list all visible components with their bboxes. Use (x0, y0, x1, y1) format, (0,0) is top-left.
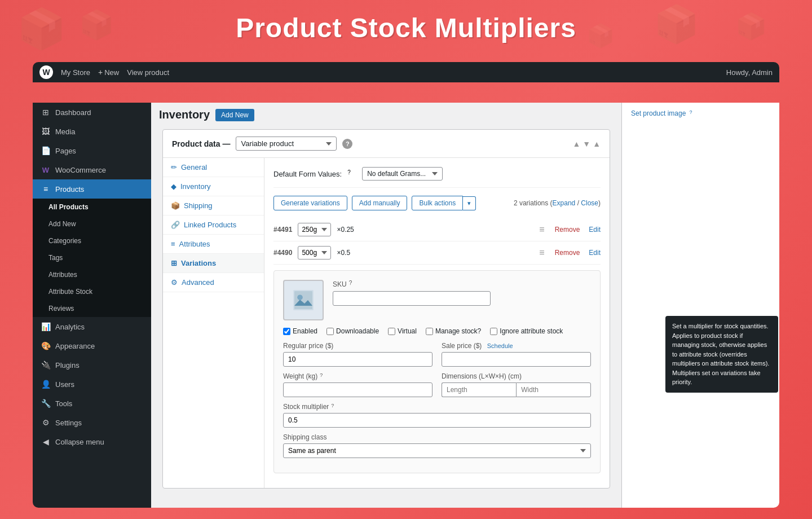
sidebar-item-plugins[interactable]: 🔌 Plugins (33, 355, 151, 375)
default-form-help-icon[interactable]: ? (347, 169, 356, 178)
product-type-select[interactable]: Variable product Simple product Grouped … (236, 137, 337, 151)
stock-multiplier-tooltip: Set a multiplier for stock quantities. A… (665, 316, 778, 393)
pdn-shipping[interactable]: 📦 Shipping (163, 196, 264, 215)
product-type-help-icon[interactable]: ? (342, 139, 352, 149)
sidebar-item-attribute-stock[interactable]: Attribute Stock (33, 283, 151, 300)
pdn-attributes[interactable]: ≡ Attributes (163, 235, 264, 254)
sidebar-item-reviews[interactable]: Reviews (33, 300, 151, 317)
shipping-class-select[interactable]: Same as parent No shipping class (283, 443, 591, 458)
regular-price-group: Regular price ($) (283, 342, 433, 367)
sidebar-item-attributes[interactable]: Attributes (33, 266, 151, 283)
width-input[interactable] (516, 382, 591, 397)
new-link[interactable]: New (104, 68, 119, 77)
regular-price-input[interactable] (283, 352, 433, 367)
sku-input[interactable] (333, 291, 491, 306)
sidebar-item-tags[interactable]: Tags (33, 249, 151, 266)
pdn-inventory[interactable]: ◆ Inventory (163, 177, 264, 196)
variation-remove-4490[interactable]: Remove (555, 249, 580, 257)
dimensions-label: Dimensions (L×W×H) (cm) (442, 372, 591, 380)
variation-multiplier-4490: ×0.5 (337, 249, 350, 257)
weight-input[interactable] (283, 382, 433, 397)
variation-expanded-panel: SKU ? (273, 270, 601, 473)
variation-menu-icon-4490[interactable]: ≡ (539, 248, 544, 258)
pages-icon: 📄 (41, 146, 51, 156)
view-product-link[interactable]: View product (127, 68, 169, 77)
sidebar-item-all-products[interactable]: All Products (33, 199, 151, 215)
woocommerce-icon: W (41, 165, 51, 175)
variation-select-4490[interactable]: 500g 250g (298, 246, 331, 260)
product-data-body: ✏ General ◆ Inventory 📦 Shipping (163, 158, 610, 488)
product-data-nav: ✏ General ◆ Inventory 📦 Shipping (163, 158, 264, 488)
pdn-linked-products[interactable]: 🔗 Linked Products (163, 215, 264, 235)
variation-image-placeholder[interactable] (283, 280, 324, 320)
bulk-actions-arrow[interactable]: ▾ (463, 196, 476, 210)
variation-multiplier-4491: ×0.25 (337, 226, 354, 234)
sidebar-item-settings[interactable]: ⚙ Settings (33, 413, 151, 432)
manage-stock-checkbox-label[interactable]: Manage stock? (426, 327, 481, 335)
pdn-variations[interactable]: ⊞ Variations (163, 254, 264, 273)
stock-multiplier-input[interactable] (283, 413, 591, 428)
sidebar-item-woocommerce[interactable]: W WooCommerce (33, 160, 151, 179)
enabled-checkbox-label[interactable]: Enabled (283, 327, 317, 335)
page-header: Product Stock Multipliers (0, 0, 812, 54)
inventory-nav-icon: ◆ (171, 182, 176, 191)
product-data-label: Product data — (172, 139, 230, 148)
downloadable-checkbox-label[interactable]: Downloadable (326, 327, 379, 335)
ignore-stock-checkbox[interactable] (490, 328, 497, 335)
variation-remove-4491[interactable]: Remove (555, 226, 580, 234)
variation-select-4491[interactable]: 250g 500g (298, 223, 331, 236)
pdn-advanced[interactable]: ⚙ Advanced (163, 273, 264, 292)
variation-menu-icon-4491[interactable]: ≡ (539, 225, 544, 235)
default-form-select[interactable]: No default Grams... 250g 500g (362, 167, 443, 181)
analytics-icon: 📊 (41, 322, 51, 332)
arrow-down-icon[interactable]: ▼ (582, 139, 590, 148)
expand-link[interactable]: Expand (553, 199, 576, 207)
sidebar-item-users[interactable]: 👤 Users (33, 375, 151, 394)
variation-edit-4491[interactable]: Edit (589, 226, 601, 234)
pdn-general[interactable]: ✏ General (163, 158, 264, 177)
sidebar-item-media[interactable]: 🖼 Media (33, 122, 151, 141)
downloadable-checkbox[interactable] (326, 328, 334, 335)
sidebar-item-pages[interactable]: 📄 Pages (33, 141, 151, 160)
set-product-image-help-icon[interactable]: ? (689, 109, 697, 117)
header-arrows: ▲ ▼ ▲ (572, 139, 601, 148)
sidebar-item-analytics[interactable]: 📊 Analytics (33, 317, 151, 336)
set-product-image-link[interactable]: Set product image ? (626, 107, 775, 120)
variation-edit-4490[interactable]: Edit (589, 249, 601, 257)
schedule-link[interactable]: Schedule (487, 342, 513, 349)
generate-variations-button[interactable]: Generate variations (273, 196, 347, 210)
my-store-link[interactable]: My Store (61, 68, 90, 77)
arrow-up-icon[interactable]: ▲ (572, 139, 580, 148)
stock-multiplier-help-icon[interactable]: ? (331, 403, 339, 411)
enabled-checkbox[interactable] (283, 328, 290, 335)
regular-price-label: Regular price ($) (283, 342, 433, 350)
sidebar-item-products[interactable]: ≡ Products (33, 179, 151, 199)
sidebar-item-tools[interactable]: 🔧 Tools (33, 394, 151, 413)
checkboxes-row: Enabled Downloadable Virtual (283, 327, 591, 335)
arrow-collapse-icon[interactable]: ▲ (593, 139, 601, 148)
virtual-checkbox-label[interactable]: Virtual (388, 327, 417, 335)
manage-stock-checkbox[interactable] (426, 328, 433, 335)
close-link[interactable]: Close (581, 199, 598, 207)
sku-help-icon[interactable]: ? (349, 280, 358, 289)
variations-toolbar: Generate variations Add manually Bulk ac… (273, 196, 601, 210)
sku-group: SKU ? (333, 280, 591, 306)
appearance-icon: 🎨 (41, 341, 51, 351)
sidebar-item-collapse[interactable]: ◀ Collapse menu (33, 432, 151, 451)
inventory-header: Inventory Add New (151, 103, 621, 124)
length-input[interactable] (442, 382, 516, 397)
sidebar-item-dashboard[interactable]: ⊞ Dashboard (33, 103, 151, 122)
weight-help-icon[interactable]: ? (320, 372, 328, 380)
ignore-stock-checkbox-label[interactable]: Ignore attribute stock (490, 327, 563, 335)
product-data-header: Product data — Variable product Simple p… (163, 130, 610, 158)
virtual-checkbox[interactable] (388, 328, 395, 335)
sidebar-item-categories[interactable]: Categories (33, 232, 151, 249)
sidebar-item-add-new[interactable]: Add New (33, 215, 151, 232)
variations-content: Default Form Values: ? No default Grams.… (264, 158, 610, 488)
sidebar-item-appearance[interactable]: 🎨 Appearance (33, 336, 151, 355)
add-manually-button[interactable]: Add manually (352, 196, 408, 210)
plugins-icon: 🔌 (41, 360, 51, 370)
sale-price-input[interactable] (442, 352, 591, 367)
bulk-actions-button[interactable]: Bulk actions (412, 196, 463, 210)
add-new-button[interactable]: Add New (215, 109, 254, 121)
